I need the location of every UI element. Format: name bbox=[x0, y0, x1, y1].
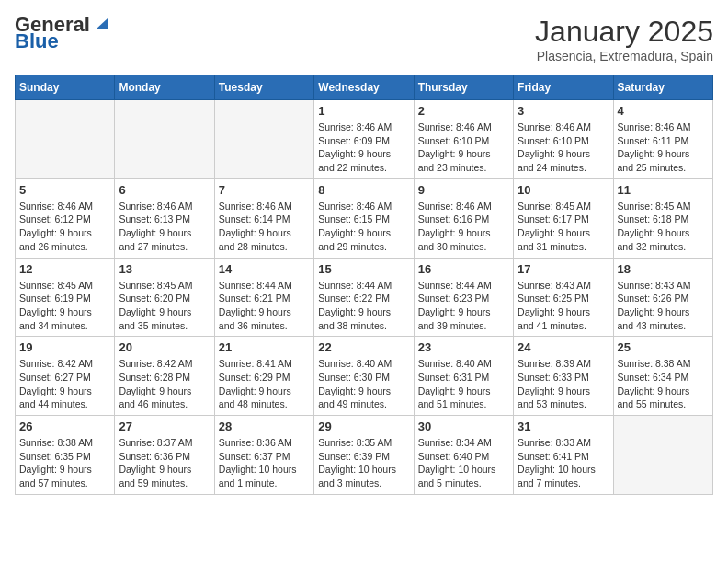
calendar-cell: 28Sunrise: 8:36 AM Sunset: 6:37 PM Dayli… bbox=[214, 416, 313, 495]
calendar-cell: 8Sunrise: 8:46 AM Sunset: 6:15 PM Daylig… bbox=[314, 178, 414, 258]
calendar-cell: 2Sunrise: 8:46 AM Sunset: 6:10 PM Daylig… bbox=[414, 100, 513, 179]
day-info: Sunrise: 8:45 AM Sunset: 6:17 PM Dayligh… bbox=[518, 200, 609, 254]
day-info: Sunrise: 8:46 AM Sunset: 6:10 PM Dayligh… bbox=[418, 121, 509, 175]
day-number: 5 bbox=[19, 183, 110, 197]
calendar-cell bbox=[16, 100, 115, 179]
day-info: Sunrise: 8:38 AM Sunset: 6:34 PM Dayligh… bbox=[618, 357, 709, 411]
calendar-cell: 23Sunrise: 8:40 AM Sunset: 6:31 PM Dayli… bbox=[414, 337, 513, 416]
calendar-cell: 10Sunrise: 8:45 AM Sunset: 6:17 PM Dayli… bbox=[514, 178, 613, 258]
calendar-cell: 30Sunrise: 8:34 AM Sunset: 6:40 PM Dayli… bbox=[414, 416, 513, 495]
calendar-cell: 26Sunrise: 8:38 AM Sunset: 6:35 PM Dayli… bbox=[16, 416, 115, 495]
calendar-cell: 22Sunrise: 8:40 AM Sunset: 6:30 PM Dayli… bbox=[314, 337, 414, 416]
day-number: 22 bbox=[318, 340, 409, 354]
calendar-cell: 1Sunrise: 8:46 AM Sunset: 6:09 PM Daylig… bbox=[314, 100, 414, 179]
calendar-cell: 13Sunrise: 8:45 AM Sunset: 6:20 PM Dayli… bbox=[115, 258, 214, 337]
day-info: Sunrise: 8:35 AM Sunset: 6:39 PM Dayligh… bbox=[318, 436, 409, 490]
day-info: Sunrise: 8:44 AM Sunset: 6:21 PM Dayligh… bbox=[219, 279, 310, 333]
calendar-cell: 9Sunrise: 8:46 AM Sunset: 6:16 PM Daylig… bbox=[414, 178, 513, 258]
day-number: 28 bbox=[219, 419, 310, 433]
day-number: 19 bbox=[19, 340, 110, 354]
svg-marker-0 bbox=[96, 18, 108, 29]
logo-icon bbox=[91, 15, 108, 31]
day-info: Sunrise: 8:46 AM Sunset: 6:09 PM Dayligh… bbox=[318, 121, 409, 175]
page-header: General Blue January 2025 Plasencia, Ext… bbox=[15, 15, 713, 63]
weekday-header-thursday: Thursday bbox=[414, 75, 513, 100]
calendar-cell bbox=[613, 416, 712, 495]
day-info: Sunrise: 8:37 AM Sunset: 6:36 PM Dayligh… bbox=[119, 436, 210, 490]
day-info: Sunrise: 8:41 AM Sunset: 6:29 PM Dayligh… bbox=[219, 357, 310, 411]
day-number: 31 bbox=[518, 419, 609, 433]
calendar-cell: 18Sunrise: 8:43 AM Sunset: 6:26 PM Dayli… bbox=[613, 258, 712, 337]
day-info: Sunrise: 8:46 AM Sunset: 6:11 PM Dayligh… bbox=[618, 121, 709, 175]
day-number: 29 bbox=[318, 419, 409, 433]
calendar-week-2: 5Sunrise: 8:46 AM Sunset: 6:12 PM Daylig… bbox=[16, 178, 713, 258]
calendar-cell: 25Sunrise: 8:38 AM Sunset: 6:34 PM Dayli… bbox=[613, 337, 712, 416]
day-number: 1 bbox=[318, 104, 409, 118]
calendar-cell: 17Sunrise: 8:43 AM Sunset: 6:25 PM Dayli… bbox=[514, 258, 613, 337]
weekday-header-sunday: Sunday bbox=[16, 75, 115, 100]
day-info: Sunrise: 8:34 AM Sunset: 6:40 PM Dayligh… bbox=[418, 436, 509, 490]
day-info: Sunrise: 8:46 AM Sunset: 6:13 PM Dayligh… bbox=[119, 200, 210, 254]
calendar-week-3: 12Sunrise: 8:45 AM Sunset: 6:19 PM Dayli… bbox=[16, 258, 713, 337]
calendar-cell: 31Sunrise: 8:33 AM Sunset: 6:41 PM Dayli… bbox=[514, 416, 613, 495]
day-info: Sunrise: 8:42 AM Sunset: 6:27 PM Dayligh… bbox=[19, 357, 110, 411]
day-info: Sunrise: 8:46 AM Sunset: 6:12 PM Dayligh… bbox=[19, 200, 110, 254]
day-number: 17 bbox=[518, 262, 609, 276]
calendar-cell: 21Sunrise: 8:41 AM Sunset: 6:29 PM Dayli… bbox=[214, 337, 313, 416]
logo: General Blue bbox=[15, 15, 108, 52]
day-number: 2 bbox=[418, 104, 509, 118]
day-number: 23 bbox=[418, 340, 509, 354]
day-number: 21 bbox=[219, 340, 310, 354]
calendar-cell: 6Sunrise: 8:46 AM Sunset: 6:13 PM Daylig… bbox=[115, 178, 214, 258]
calendar-cell: 24Sunrise: 8:39 AM Sunset: 6:33 PM Dayli… bbox=[514, 337, 613, 416]
calendar-cell: 4Sunrise: 8:46 AM Sunset: 6:11 PM Daylig… bbox=[613, 100, 712, 179]
day-info: Sunrise: 8:40 AM Sunset: 6:30 PM Dayligh… bbox=[318, 357, 409, 411]
day-number: 9 bbox=[418, 183, 509, 197]
calendar-week-4: 19Sunrise: 8:42 AM Sunset: 6:27 PM Dayli… bbox=[16, 337, 713, 416]
day-info: Sunrise: 8:38 AM Sunset: 6:35 PM Dayligh… bbox=[19, 436, 110, 490]
calendar-cell: 14Sunrise: 8:44 AM Sunset: 6:21 PM Dayli… bbox=[214, 258, 313, 337]
day-info: Sunrise: 8:42 AM Sunset: 6:28 PM Dayligh… bbox=[119, 357, 210, 411]
day-number: 8 bbox=[318, 183, 409, 197]
day-number: 30 bbox=[418, 419, 509, 433]
day-number: 14 bbox=[219, 262, 310, 276]
day-number: 7 bbox=[219, 183, 310, 197]
calendar-cell: 3Sunrise: 8:46 AM Sunset: 6:10 PM Daylig… bbox=[514, 100, 613, 179]
day-number: 26 bbox=[19, 419, 110, 433]
day-number: 24 bbox=[518, 340, 609, 354]
calendar-cell: 16Sunrise: 8:44 AM Sunset: 6:23 PM Dayli… bbox=[414, 258, 513, 337]
day-number: 18 bbox=[618, 262, 709, 276]
weekday-header-friday: Friday bbox=[514, 75, 613, 100]
day-number: 3 bbox=[518, 104, 609, 118]
day-number: 25 bbox=[618, 340, 709, 354]
day-number: 15 bbox=[318, 262, 409, 276]
day-info: Sunrise: 8:46 AM Sunset: 6:15 PM Dayligh… bbox=[318, 200, 409, 254]
weekday-header-wednesday: Wednesday bbox=[314, 75, 414, 100]
day-number: 12 bbox=[19, 262, 110, 276]
day-number: 27 bbox=[119, 419, 210, 433]
calendar-cell: 29Sunrise: 8:35 AM Sunset: 6:39 PM Dayli… bbox=[314, 416, 414, 495]
calendar-cell: 11Sunrise: 8:45 AM Sunset: 6:18 PM Dayli… bbox=[613, 178, 712, 258]
day-number: 20 bbox=[119, 340, 210, 354]
day-info: Sunrise: 8:45 AM Sunset: 6:18 PM Dayligh… bbox=[618, 200, 709, 254]
calendar-cell: 19Sunrise: 8:42 AM Sunset: 6:27 PM Dayli… bbox=[16, 337, 115, 416]
calendar-cell: 7Sunrise: 8:46 AM Sunset: 6:14 PM Daylig… bbox=[214, 178, 313, 258]
day-info: Sunrise: 8:46 AM Sunset: 6:16 PM Dayligh… bbox=[418, 200, 509, 254]
day-info: Sunrise: 8:44 AM Sunset: 6:23 PM Dayligh… bbox=[418, 279, 509, 333]
day-number: 10 bbox=[518, 183, 609, 197]
day-info: Sunrise: 8:40 AM Sunset: 6:31 PM Dayligh… bbox=[418, 357, 509, 411]
day-number: 6 bbox=[119, 183, 210, 197]
day-info: Sunrise: 8:45 AM Sunset: 6:20 PM Dayligh… bbox=[119, 279, 210, 333]
day-number: 16 bbox=[418, 262, 509, 276]
calendar-cell: 27Sunrise: 8:37 AM Sunset: 6:36 PM Dayli… bbox=[115, 416, 214, 495]
location-subtitle: Plasencia, Extremadura, Spain bbox=[535, 49, 713, 63]
calendar-header-row: SundayMondayTuesdayWednesdayThursdayFrid… bbox=[16, 75, 713, 100]
calendar-week-1: 1Sunrise: 8:46 AM Sunset: 6:09 PM Daylig… bbox=[16, 100, 713, 179]
day-info: Sunrise: 8:43 AM Sunset: 6:25 PM Dayligh… bbox=[518, 279, 609, 333]
weekday-header-monday: Monday bbox=[115, 75, 214, 100]
calendar-cell: 15Sunrise: 8:44 AM Sunset: 6:22 PM Dayli… bbox=[314, 258, 414, 337]
day-info: Sunrise: 8:39 AM Sunset: 6:33 PM Dayligh… bbox=[518, 357, 609, 411]
day-number: 4 bbox=[618, 104, 709, 118]
calendar-table: SundayMondayTuesdayWednesdayThursdayFrid… bbox=[15, 75, 713, 495]
month-title: January 2025 bbox=[535, 15, 713, 49]
